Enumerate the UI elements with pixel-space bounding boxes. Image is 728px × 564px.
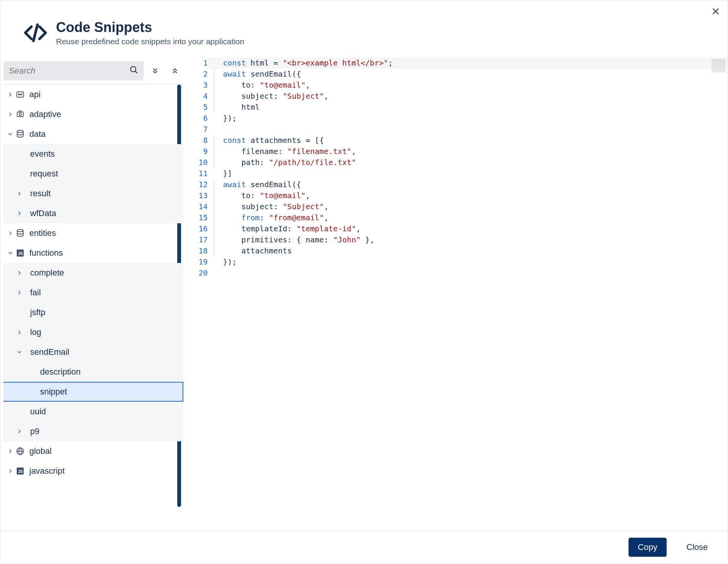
code-line: primitives: { name: "John" }, [223, 234, 728, 245]
editor: 1234567891011121314151617181920 const ht… [186, 58, 728, 530]
code-line: html [223, 102, 728, 113]
code-line: }); [223, 113, 728, 124]
tree-item-label: global [29, 446, 52, 456]
code-line [223, 268, 728, 279]
globe-icon [15, 447, 26, 456]
tree-item-functions[interactable]: JSfunctions [3, 243, 183, 263]
tree-item-label: entities [29, 228, 56, 238]
line-number: 9 [186, 146, 208, 157]
line-number: 6 [186, 113, 208, 124]
tree-item-label: p9 [30, 426, 39, 436]
search-box[interactable] [3, 61, 144, 80]
svg-rect-7 [17, 112, 23, 117]
tree-item-label: data [29, 129, 46, 139]
tree-item-events[interactable]: events [3, 144, 183, 164]
line-number: 15 [186, 212, 208, 223]
sidebar: apiadaptivedataeventsrequestresultwfData… [0, 58, 183, 530]
adaptive-icon [15, 110, 26, 119]
line-number: 19 [186, 256, 208, 268]
search-icon[interactable] [129, 65, 138, 77]
line-number: 5 [186, 102, 208, 113]
tree-item-uuid[interactable]: uuid [3, 402, 183, 421]
chevron-down-icon[interactable] [6, 131, 15, 137]
tree-item-global[interactable]: global [3, 441, 183, 461]
collapse-all-button[interactable] [167, 62, 183, 79]
tree-item-label: api [29, 90, 40, 99]
chevron-down-icon[interactable] [15, 349, 24, 355]
tree-item-javascript[interactable]: JSjavascript [3, 461, 183, 481]
code-line: to: "to@email", [223, 80, 728, 91]
code-line: path: "/path/to/file.txt" [223, 157, 728, 168]
code-line: subject: "Subject", [223, 201, 728, 212]
api-icon [15, 90, 26, 99]
tree-item-description[interactable]: description [3, 362, 183, 382]
db-icon [15, 229, 26, 238]
tree-item-label: complete [30, 268, 64, 278]
chevron-right-icon[interactable] [15, 428, 24, 434]
chevron-right-icon[interactable] [15, 270, 24, 276]
tree-item-api[interactable]: api [3, 85, 183, 104]
tree-item-wfdata[interactable]: wfData [3, 203, 183, 223]
line-number: 13 [186, 190, 208, 201]
search-input[interactable] [9, 66, 129, 76]
tree-item-result[interactable]: result [3, 184, 183, 203]
svg-line-2 [135, 71, 138, 74]
close-button[interactable]: Close [677, 538, 717, 557]
modal-header: Code Snippets Reuse predefined code snip… [0, 0, 728, 58]
svg-line-0 [34, 25, 38, 41]
tree-item-sendemail[interactable]: sendEmail [3, 342, 183, 362]
modal-subtitle: Reuse predefined code snippets into your… [56, 37, 244, 46]
minimap[interactable] [712, 58, 725, 72]
chevron-right-icon[interactable] [15, 210, 24, 216]
tree-item-p9[interactable]: p9 [3, 421, 183, 441]
tree-item-label: sendEmail [30, 347, 69, 357]
chevron-right-icon[interactable] [15, 290, 24, 296]
chevron-right-icon[interactable] [15, 329, 24, 335]
chevron-right-icon[interactable] [15, 191, 24, 197]
close-icon[interactable]: ✕ [711, 6, 720, 17]
code-line: const html = "<br>example html</br>"; [223, 58, 728, 69]
tree-item-complete[interactable]: complete [3, 263, 183, 283]
chevron-right-icon[interactable] [6, 230, 15, 236]
code-line: attachments [223, 245, 728, 256]
line-number: 18 [186, 245, 208, 256]
tree-item-label: jsftp [30, 308, 45, 317]
chevron-down-icon[interactable] [6, 250, 15, 256]
chevron-right-icon[interactable] [6, 468, 15, 474]
js-icon: JS [15, 249, 26, 257]
copy-button[interactable]: Copy [629, 538, 666, 557]
tree-item-entities[interactable]: entities [3, 223, 183, 243]
modal-title: Code Snippets [56, 19, 244, 35]
expand-all-button[interactable] [147, 62, 164, 79]
tree-item-fail[interactable]: fail [3, 283, 183, 303]
line-number: 8 [186, 135, 208, 146]
tree-item-request[interactable]: request [3, 164, 183, 184]
tree-item-adaptive[interactable]: adaptive [3, 104, 183, 124]
chevron-right-icon[interactable] [6, 448, 15, 454]
tree-item-jsftp[interactable]: jsftp [3, 303, 183, 322]
tree-item-label: request [30, 169, 58, 179]
chevron-right-icon[interactable] [6, 91, 15, 98]
code-snippets-modal: ✕ Code Snippets Reuse predefined code sn… [0, 0, 728, 564]
tree-item-snippet[interactable]: snippet [3, 382, 183, 402]
tree-item-label: wfData [30, 208, 56, 218]
code-area[interactable]: const html = "<br>example html</br>";awa… [212, 58, 728, 530]
line-number: 1 [186, 58, 208, 69]
tree-item-label: events [30, 149, 55, 159]
tree-item-label: snippet [40, 387, 67, 397]
chevron-right-icon[interactable] [6, 111, 15, 117]
code-line: from: "from@email", [223, 212, 728, 223]
svg-point-4 [18, 94, 19, 95]
snippet-tree[interactable]: apiadaptivedataeventsrequestresultwfData… [3, 84, 183, 530]
js-icon: JS [15, 467, 26, 475]
svg-point-5 [20, 94, 21, 95]
svg-text:JS: JS [18, 252, 23, 256]
tree-item-label: uuid [30, 407, 46, 417]
line-number: 12 [186, 179, 208, 190]
svg-point-1 [131, 67, 136, 72]
tree-item-data[interactable]: data [3, 124, 183, 144]
tree-item-log[interactable]: log [3, 322, 183, 342]
tree-item-label: javascript [29, 466, 65, 476]
modal-body: apiadaptivedataeventsrequestresultwfData… [0, 58, 728, 530]
tree-item-label: result [30, 189, 51, 199]
